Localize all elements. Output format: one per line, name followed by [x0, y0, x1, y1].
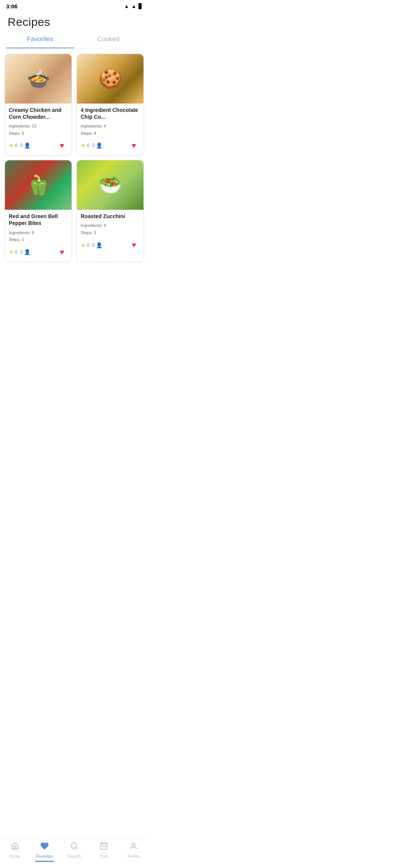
person-icon-4: 👤 — [96, 242, 102, 248]
recipe-name-3: Red and Green Bell Pepper Bites — [9, 213, 68, 227]
nav-active-indicator — [35, 861, 54, 862]
recipe-info-4: Roasted Zucchini Ingredients: 9 Steps: 3… — [77, 210, 143, 255]
recipe-stats-2: ★ 0 0 👤 — [81, 142, 102, 148]
rating-stat-1: ★ 0 — [9, 142, 18, 148]
recipe-ingredients-2: Ingredients: 4 — [81, 124, 106, 128]
search-icon — [70, 842, 78, 852]
star-icon-1: ★ — [9, 142, 14, 148]
recipe-info-2: 4 Ingredient Chocolate Chip Co... Ingred… — [77, 104, 143, 155]
recipes-grid: Creamy Chicken and Corn Chowder... Ingre… — [0, 48, 148, 293]
star-icon-4: ★ — [81, 242, 86, 248]
recipe-image-4 — [77, 160, 143, 210]
heart-icon-3: ♥ — [60, 248, 64, 257]
people-stat-4: 0 👤 — [92, 242, 103, 248]
tabs-container: Favorites Cooked — [6, 32, 142, 48]
recipe-steps-1: Steps: 5 — [9, 131, 24, 136]
status-icons: ▲ ▲ ▊ — [124, 3, 142, 9]
recipe-stats-4: ★ 0 0 👤 — [81, 242, 102, 248]
people-value-3: 0 — [21, 249, 23, 255]
people-value-4: 0 — [92, 243, 95, 248]
svg-point-2 — [132, 843, 135, 846]
people-value-1: 0 — [21, 143, 23, 148]
recipe-image-2 — [77, 54, 143, 104]
recipe-ingredients-1: Ingredients: 15 — [9, 124, 37, 128]
heart-icon-2: ♥ — [132, 141, 136, 150]
favorite-button-4[interactable]: ♥ — [128, 239, 140, 251]
status-bar: 3:06 ▲ ▲ ▊ — [0, 0, 148, 11]
recipe-steps-3: Steps: 5 — [9, 237, 24, 242]
people-stat-3: 0 👤 — [21, 249, 31, 255]
signal-icon: ▲ — [131, 3, 136, 9]
recipe-image-3 — [5, 160, 72, 210]
wifi-icon: ▲ — [124, 3, 129, 9]
recipe-steps-4: Steps: 3 — [81, 230, 96, 235]
people-value-2: 0 — [92, 143, 95, 148]
rating-value-4: 0 — [87, 243, 89, 248]
people-stat-2: 0 👤 — [92, 142, 103, 148]
rating-value-3: 0 — [15, 249, 18, 255]
recipe-footer-3: ★ 0 0 👤 ♥ — [9, 246, 68, 258]
recipe-ingredients-3: Ingredients: 6 — [9, 230, 34, 235]
nav-item-search[interactable]: Search — [63, 842, 86, 862]
recipe-card-3[interactable]: Red and Green Bell Pepper Bites Ingredie… — [5, 160, 72, 262]
recipe-card-1[interactable]: Creamy Chicken and Corn Chowder... Ingre… — [5, 54, 72, 156]
recipe-stats-1: ★ 0 0 👤 — [9, 142, 30, 148]
cart-icon — [100, 842, 108, 852]
rating-stat-4: ★ 0 — [81, 242, 89, 248]
recipe-meta-2: Ingredients: 4 Steps: 4 — [81, 123, 140, 137]
recipe-steps-2: Steps: 4 — [81, 131, 96, 136]
svg-point-0 — [71, 843, 77, 849]
nav-item-home[interactable]: Home — [3, 842, 26, 862]
recipe-info-3: Red and Green Bell Pepper Bites Ingredie… — [5, 210, 72, 262]
heart-icon-4: ♥ — [132, 241, 136, 249]
favorite-button-2[interactable]: ♥ — [128, 140, 140, 151]
nav-item-favorites[interactable]: Favorites — [33, 842, 56, 862]
recipe-name-4: Roasted Zucchini — [81, 213, 140, 220]
recipe-footer-2: ★ 0 0 👤 ♥ — [81, 140, 140, 151]
recipe-card-2[interactable]: 4 Ingredient Chocolate Chip Co... Ingred… — [76, 54, 144, 156]
favorite-button-3[interactable]: ♥ — [56, 246, 68, 258]
status-time: 3:06 — [6, 3, 18, 10]
home-icon — [11, 842, 19, 852]
profile-icon — [129, 842, 138, 852]
recipe-info-1: Creamy Chicken and Corn Chowder... Ingre… — [5, 104, 72, 155]
bottom-nav: Home Favorites Search Cart — [0, 838, 148, 868]
nav-label-cart: Cart — [100, 854, 108, 858]
person-icon-3: 👤 — [24, 249, 30, 255]
favorites-icon — [40, 842, 49, 852]
page-title: Recipes — [0, 11, 148, 32]
recipe-footer-1: ★ 0 0 👤 ♥ — [9, 140, 68, 151]
rating-stat-2: ★ 0 — [81, 142, 89, 148]
favorite-button-1[interactable]: ♥ — [56, 140, 68, 151]
battery-icon: ▊ — [139, 3, 142, 9]
tab-cooked[interactable]: Cooked — [74, 32, 142, 48]
nav-label-home: Home — [9, 854, 20, 858]
person-icon-1: 👤 — [24, 142, 30, 148]
recipe-stats-3: ★ 0 0 👤 — [9, 249, 30, 255]
recipe-footer-4: ★ 0 0 👤 ♥ — [81, 239, 140, 251]
rating-value-2: 0 — [87, 143, 89, 148]
recipe-ingredients-4: Ingredients: 9 — [81, 223, 106, 228]
recipe-name-1: Creamy Chicken and Corn Chowder... — [9, 107, 68, 120]
person-icon-2: 👤 — [96, 142, 102, 148]
nav-label-favorites: Favorites — [36, 854, 53, 858]
nav-item-cart[interactable]: Cart — [92, 842, 115, 862]
heart-icon-1: ♥ — [60, 141, 64, 150]
star-icon-3: ★ — [9, 249, 14, 255]
star-icon-2: ★ — [81, 142, 86, 148]
recipe-image-1 — [5, 54, 72, 104]
nav-label-profile: Profile — [127, 854, 139, 858]
rating-stat-3: ★ 0 — [9, 249, 18, 255]
rating-value-1: 0 — [15, 143, 18, 148]
people-stat-1: 0 👤 — [21, 142, 31, 148]
tab-favorites[interactable]: Favorites — [6, 32, 74, 48]
recipe-meta-1: Ingredients: 15 Steps: 5 — [9, 123, 68, 137]
nav-label-search: Search — [68, 854, 81, 858]
recipe-meta-3: Ingredients: 6 Steps: 5 — [9, 229, 68, 243]
recipe-name-2: 4 Ingredient Chocolate Chip Co... — [81, 107, 140, 120]
recipe-meta-4: Ingredients: 9 Steps: 3 — [81, 222, 140, 236]
nav-item-profile[interactable]: Profile — [122, 842, 145, 862]
recipe-card-4[interactable]: Roasted Zucchini Ingredients: 9 Steps: 3… — [76, 160, 144, 262]
